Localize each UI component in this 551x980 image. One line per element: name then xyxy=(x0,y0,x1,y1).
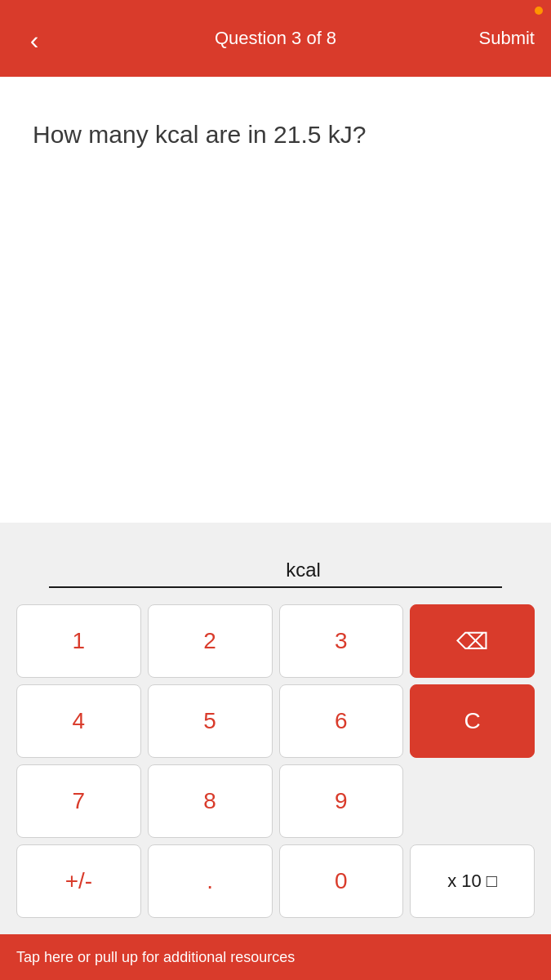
empty-cell xyxy=(410,764,535,838)
question-counter: Question 3 of 8 xyxy=(215,28,336,49)
key-0[interactable]: 0 xyxy=(279,844,404,918)
key-6[interactable]: 6 xyxy=(279,684,404,758)
notification-dot xyxy=(535,7,543,15)
key-8[interactable]: 8 xyxy=(148,764,273,838)
key-decimal[interactable]: . xyxy=(148,844,273,918)
question-area: How many kcal are in 21.5 kJ? xyxy=(0,77,551,523)
key-1[interactable]: 1 xyxy=(16,604,141,678)
key-2[interactable]: 2 xyxy=(148,604,273,678)
key-9[interactable]: 9 xyxy=(279,764,404,838)
x10-label: x 10 □ xyxy=(447,871,497,892)
input-unit: kcal xyxy=(286,559,321,581)
footer[interactable]: Tap here or pull up for additional resou… xyxy=(0,934,551,980)
clear-icon: C xyxy=(464,708,481,734)
back-button[interactable]: ‹ xyxy=(16,22,52,56)
backspace-icon: ⌫ xyxy=(456,628,489,655)
key-7[interactable]: 7 xyxy=(16,764,141,838)
question-text: How many kcal are in 21.5 kJ? xyxy=(33,118,518,152)
input-line: kcal xyxy=(49,547,502,588)
header: ‹ Question 3 of 8 Submit xyxy=(0,0,551,77)
keypad-section: kcal 1 2 3 ⌫ 4 5 6 C 7 8 9 +/- xyxy=(0,523,551,934)
back-icon: ‹ xyxy=(30,25,39,56)
key-x10[interactable]: x 10 □ xyxy=(410,844,535,918)
main-content: How many kcal are in 21.5 kJ? kcal 1 2 3… xyxy=(0,77,551,934)
backspace-button[interactable]: ⌫ xyxy=(410,604,535,678)
keypad-grid: 1 2 3 ⌫ 4 5 6 C 7 8 9 +/- . 0 x 10 □ xyxy=(16,604,535,918)
key-3[interactable]: 3 xyxy=(279,604,404,678)
key-5[interactable]: 5 xyxy=(148,684,273,758)
key-plus-minus[interactable]: +/- xyxy=(16,844,141,918)
input-display: kcal xyxy=(16,547,535,588)
submit-button[interactable]: Submit xyxy=(479,28,535,49)
key-4[interactable]: 4 xyxy=(16,684,141,758)
footer-text: Tap here or pull up for additional resou… xyxy=(16,949,295,966)
clear-button[interactable]: C xyxy=(410,684,535,758)
